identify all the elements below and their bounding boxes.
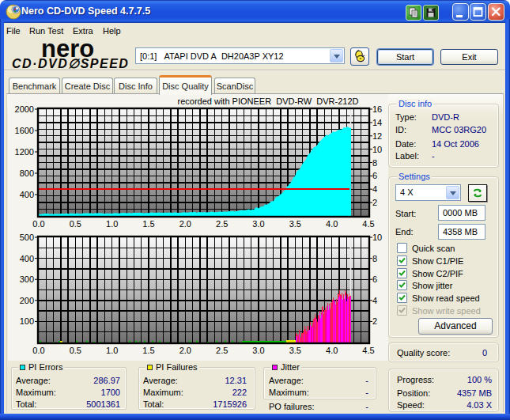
- svg-text:1.5: 1.5: [142, 346, 154, 355]
- svg-text:4: 4: [372, 296, 377, 305]
- svg-text:2.5: 2.5: [216, 219, 228, 229]
- svg-text:2: 2: [372, 198, 377, 207]
- svg-text:10: 10: [372, 145, 382, 154]
- svg-text:10: 10: [372, 233, 382, 242]
- svg-text:4.0: 4.0: [326, 219, 338, 229]
- svg-text:800: 800: [20, 168, 34, 178]
- svg-text:6: 6: [372, 274, 377, 284]
- svg-text:500: 500: [20, 233, 34, 242]
- svg-text:0.0: 0.0: [32, 346, 44, 355]
- svg-text:16: 16: [372, 104, 382, 114]
- svg-text:1.5: 1.5: [142, 219, 154, 229]
- svg-text:4.5: 4.5: [362, 219, 374, 229]
- svg-text:0.5: 0.5: [70, 219, 81, 229]
- svg-text:200: 200: [20, 296, 34, 305]
- svg-text:2.0: 2.0: [179, 346, 191, 355]
- svg-text:12: 12: [372, 131, 382, 141]
- svg-text:300: 300: [20, 274, 34, 284]
- svg-text:2.5: 2.5: [216, 346, 228, 355]
- svg-text:3.5: 3.5: [289, 346, 301, 355]
- svg-text:100: 100: [20, 316, 34, 326]
- svg-text:4.5: 4.5: [362, 346, 374, 355]
- svg-text:1.0: 1.0: [106, 219, 118, 229]
- svg-text:4: 4: [372, 184, 377, 194]
- svg-text:6: 6: [372, 171, 377, 180]
- svg-text:14: 14: [372, 118, 382, 127]
- svg-text:1200: 1200: [15, 147, 34, 157]
- svg-text:2000: 2000: [15, 104, 34, 114]
- svg-text:1600: 1600: [15, 126, 34, 135]
- svg-text:3.0: 3.0: [252, 219, 264, 229]
- svg-text:0.0: 0.0: [32, 219, 44, 229]
- svg-text:recorded with PIONEER DVD-RW: recorded with PIONEER DVD-RW DVR-212D: [177, 96, 358, 106]
- svg-text:8: 8: [372, 158, 377, 168]
- svg-text:3.0: 3.0: [252, 346, 264, 355]
- svg-text:2.0: 2.0: [179, 219, 191, 229]
- svg-text:2: 2: [372, 316, 377, 326]
- svg-text:0.5: 0.5: [70, 346, 81, 355]
- svg-text:400: 400: [20, 254, 34, 263]
- svg-text:4.0: 4.0: [326, 346, 338, 355]
- svg-text:8: 8: [372, 254, 377, 263]
- svg-text:3.5: 3.5: [289, 219, 301, 229]
- svg-text:1.0: 1.0: [106, 346, 118, 355]
- svg-text:400: 400: [20, 190, 34, 199]
